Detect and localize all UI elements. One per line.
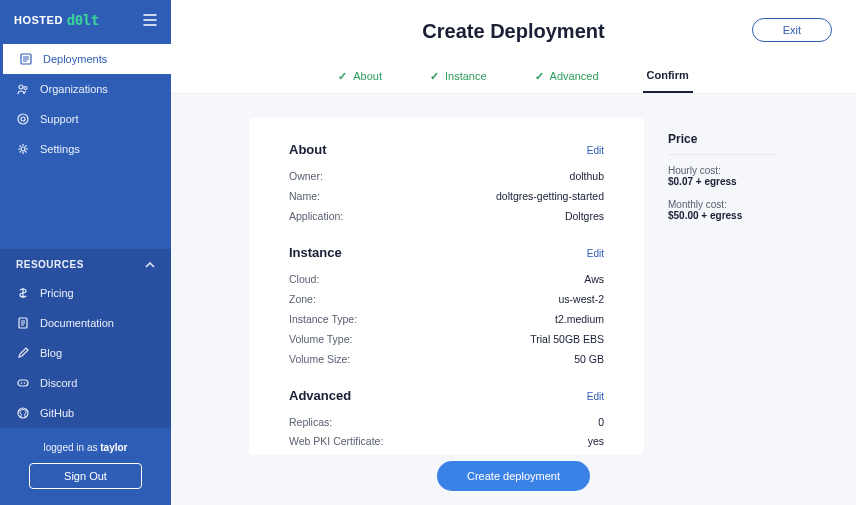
section-title-about: About <box>289 142 327 157</box>
sidebar-item-discord[interactable]: Discord <box>0 368 171 398</box>
edit-instance-link[interactable]: Edit <box>587 248 604 259</box>
doc-icon <box>16 316 30 330</box>
sidebar-item-blog[interactable]: Blog <box>0 338 171 368</box>
sidebar-item-documentation[interactable]: Documentation <box>0 308 171 338</box>
main-nav: Deployments Organizations Support Settin… <box>0 40 171 168</box>
resources-title: RESOURCES <box>16 259 84 270</box>
adv-replicas-value: 0 <box>598 413 604 433</box>
instance-vtype-label: Volume Type: <box>289 330 352 350</box>
wizard-steps: ✓ About ✓ Instance ✓ Advanced Confirm <box>171 53 856 94</box>
check-icon: ✓ <box>430 70 439 83</box>
price-title: Price <box>668 132 778 155</box>
price-hourly-value: $0.07 + egress <box>668 176 778 187</box>
instance-type-value: t2.medium <box>555 310 604 330</box>
step-label: About <box>353 70 382 82</box>
logo[interactable]: HOSTED d0lt <box>14 12 99 28</box>
sidebar-item-deployments[interactable]: Deployments <box>0 44 171 74</box>
adv-replicas-label: Replicas: <box>289 413 332 433</box>
svg-point-5 <box>21 147 25 151</box>
svg-point-4 <box>21 117 25 121</box>
instance-cloud-label: Cloud: <box>289 270 319 290</box>
instance-vsize-label: Volume Size: <box>289 350 350 370</box>
price-monthly-value: $50.00 + egress <box>668 210 778 221</box>
deployments-icon <box>19 52 33 66</box>
instance-vsize-value: 50 GB <box>574 350 604 370</box>
sidebar-item-pricing[interactable]: Pricing <box>0 278 171 308</box>
menu-toggle-icon[interactable] <box>143 14 157 26</box>
sidebar-item-label: Settings <box>40 143 80 155</box>
instance-vtype-value: Trial 50GB EBS <box>530 330 604 350</box>
main: Create Deployment Exit ✓ About ✓ Instanc… <box>171 0 856 505</box>
svg-point-1 <box>19 85 23 89</box>
check-icon: ✓ <box>535 70 544 83</box>
gear-icon <box>16 142 30 156</box>
about-name-value: doltgres-getting-started <box>496 187 604 207</box>
sidebar-item-support[interactable]: Support <box>0 104 171 134</box>
step-confirm[interactable]: Confirm <box>643 61 693 93</box>
username: taylor <box>100 442 127 453</box>
edit-advanced-link[interactable]: Edit <box>587 391 604 402</box>
step-advanced[interactable]: ✓ Advanced <box>531 61 603 93</box>
sidebar-item-label: Blog <box>40 347 62 359</box>
signout-button[interactable]: Sign Out <box>29 463 142 489</box>
instance-zone-label: Zone: <box>289 290 316 310</box>
sidebar-item-label: Documentation <box>40 317 114 329</box>
sidebar-item-label: Support <box>40 113 79 125</box>
instance-type-label: Instance Type: <box>289 310 357 330</box>
logo-hosted-text: HOSTED <box>14 14 63 26</box>
svg-rect-7 <box>18 380 28 386</box>
adv-pki-label: Web PKI Certificate: <box>289 432 383 452</box>
sidebar-item-label: Discord <box>40 377 77 389</box>
instance-cloud-value: Aws <box>584 270 604 290</box>
check-icon: ✓ <box>338 70 347 83</box>
summary-card: About Edit Owner:dolthub Name:doltgres-g… <box>249 118 644 455</box>
section-title-instance: Instance <box>289 245 342 260</box>
price-monthly-label: Monthly cost: <box>668 199 778 210</box>
step-label: Instance <box>445 70 487 82</box>
sidebar-item-label: Pricing <box>40 287 74 299</box>
exit-button[interactable]: Exit <box>752 18 832 42</box>
svg-point-2 <box>24 87 27 90</box>
sidebar-item-label: Deployments <box>43 53 107 65</box>
sidebar-item-settings[interactable]: Settings <box>0 134 171 164</box>
about-owner-label: Owner: <box>289 167 323 187</box>
chevron-up-icon <box>145 262 155 268</box>
page-title: Create Deployment <box>422 20 604 43</box>
sidebar-item-label: GitHub <box>40 407 74 419</box>
price-panel: Price Hourly cost: $0.07 + egress Monthl… <box>668 118 778 455</box>
sidebar-item-github[interactable]: GitHub <box>0 398 171 428</box>
step-label: Advanced <box>550 70 599 82</box>
about-app-value: Doltgres <box>565 207 604 227</box>
instance-zone-value: us-west-2 <box>558 290 604 310</box>
about-owner-value: dolthub <box>570 167 604 187</box>
discord-icon <box>16 376 30 390</box>
pricing-icon <box>16 286 30 300</box>
sidebar-item-organizations[interactable]: Organizations <box>0 74 171 104</box>
sidebar-item-label: Organizations <box>40 83 108 95</box>
step-instance[interactable]: ✓ Instance <box>426 61 491 93</box>
organizations-icon <box>16 82 30 96</box>
price-hourly-label: Hourly cost: <box>668 165 778 176</box>
svg-point-3 <box>18 114 28 124</box>
logo-dolt-text: d0lt <box>67 12 99 28</box>
step-label: Confirm <box>647 69 689 81</box>
svg-point-8 <box>21 382 23 384</box>
step-about[interactable]: ✓ About <box>334 61 386 93</box>
create-deployment-button[interactable]: Create deployment <box>437 461 590 491</box>
edit-about-link[interactable]: Edit <box>587 145 604 156</box>
about-app-label: Application: <box>289 207 343 227</box>
about-name-label: Name: <box>289 187 320 207</box>
github-icon <box>16 406 30 420</box>
section-title-advanced: Advanced <box>289 388 351 403</box>
blog-icon <box>16 346 30 360</box>
adv-pki-value: yes <box>588 432 604 452</box>
svg-point-9 <box>24 382 26 384</box>
sidebar: HOSTED d0lt Deployments Organizations Su… <box>0 0 171 505</box>
logged-in-text: logged in as taylor <box>0 442 171 453</box>
resources-header[interactable]: RESOURCES <box>0 249 171 278</box>
support-icon <box>16 112 30 126</box>
